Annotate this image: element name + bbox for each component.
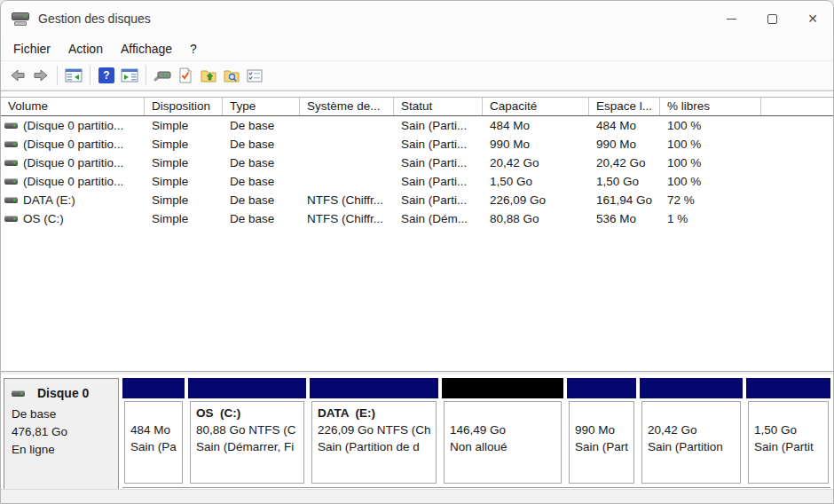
volume-status: Sain (Parti... xyxy=(394,172,483,191)
partition-cell[interactable]: 1,50 Go Sain (Partit xyxy=(746,378,830,486)
volume-type: De base xyxy=(223,116,300,135)
disk-management-app-icon xyxy=(12,12,29,26)
partition-os-c[interactable]: OS (C:) 80,88 Go NTFS (C Sain (Démarrer,… xyxy=(188,378,306,486)
volume-name: (Disque 0 partitio... xyxy=(23,154,123,172)
close-button[interactable]: ✕ xyxy=(792,1,833,36)
partition-color-bar xyxy=(567,378,636,398)
partition-name xyxy=(575,405,628,421)
volume-name: DATA (E:) xyxy=(23,191,75,209)
partition-color-bar xyxy=(746,378,830,398)
volume-filesystem xyxy=(300,116,394,135)
volume-free-pct: 100 % xyxy=(660,135,761,154)
column-header-systeme[interactable]: Système de... xyxy=(300,98,394,115)
partition-color-bar xyxy=(188,378,306,398)
volume-icon xyxy=(4,216,18,222)
partition-track: 484 Mo Sain (Pa OS (C:) 80,88 Go NTFS (C… xyxy=(122,378,830,488)
volume-row-data-e[interactable]: DATA (E:) Simple De base NTFS (Chiffr...… xyxy=(1,191,834,209)
column-header-espace-libre[interactable]: Espace l... xyxy=(589,98,660,115)
column-header-volume[interactable]: Volume xyxy=(1,98,145,115)
volume-type: De base xyxy=(223,135,300,154)
volume-row[interactable]: (Disque 0 partitio... Simple De base Sai… xyxy=(1,172,834,191)
volume-icon xyxy=(4,122,18,129)
checklist-icon xyxy=(247,69,263,83)
volume-status: Sain (Parti... xyxy=(394,154,483,172)
column-header-pct-libres[interactable]: % libres xyxy=(660,98,761,115)
menu-item-help[interactable]: ? xyxy=(181,39,206,59)
volume-status: Sain (Parti... xyxy=(394,135,483,154)
rescan-disks-button[interactable] xyxy=(151,64,174,87)
volume-row[interactable]: (Disque 0 partitio... Simple De base Sai… xyxy=(1,116,834,135)
rescan-disks-icon xyxy=(153,68,172,83)
partition-cell[interactable]: 20,42 Go Sain (Partition xyxy=(640,378,743,486)
minimize-button[interactable] xyxy=(711,1,751,36)
menu-item-fichier[interactable]: Fichier xyxy=(4,39,59,59)
disk0-row: Disque 0 De base 476,81 Go En ligne 484 … xyxy=(4,378,830,490)
volume-disposition: Simple xyxy=(145,191,223,209)
partition-unallocated[interactable]: 146,49 Go Non alloué xyxy=(442,378,563,486)
show-console-tree-button[interactable] xyxy=(62,64,85,87)
folder-up-button[interactable] xyxy=(197,64,220,87)
disk-management-window: Gestion des disques ✕ Fichier Action Aff… xyxy=(0,0,834,504)
column-header-capacite[interactable]: Capacité xyxy=(483,98,589,115)
volume-filesystem: NTFS (Chiffr... xyxy=(300,191,394,209)
partition-name xyxy=(450,405,555,421)
disk-type: De base xyxy=(12,406,111,423)
partition-cell[interactable]: 990 Mo Sain (Part xyxy=(567,378,636,486)
volume-free-space: 536 Mo xyxy=(589,209,660,228)
toolbar-separator xyxy=(146,66,146,85)
folder-search-icon xyxy=(224,68,240,83)
volume-icon xyxy=(4,197,18,203)
toolbar-separator xyxy=(90,66,90,85)
volume-row-os-c[interactable]: OS (C:) Simple De base NTFS (Chiffr... S… xyxy=(1,209,834,228)
menu-item-action[interactable]: Action xyxy=(59,39,112,59)
menu-item-affichage[interactable]: Affichage xyxy=(112,39,181,59)
window-title: Gestion des disques xyxy=(38,12,151,26)
volume-filesystem: NTFS (Chiffr... xyxy=(300,209,394,228)
show-action-pane-button[interactable] xyxy=(118,64,141,87)
volume-free-pct: 100 % xyxy=(660,116,761,135)
folder-search-button[interactable] xyxy=(220,64,243,87)
partition-cell[interactable]: 484 Mo Sain (Pa xyxy=(122,378,185,486)
volume-row[interactable]: (Disque 0 partitio... Simple De base Sai… xyxy=(1,135,834,154)
checklist-button[interactable] xyxy=(243,64,266,87)
volume-free-space: 161,94 Go xyxy=(589,191,660,209)
maximize-button[interactable] xyxy=(751,1,792,36)
volume-row[interactable]: (Disque 0 partitio... Simple De base Sai… xyxy=(1,154,834,172)
volume-free-space: 484 Mo xyxy=(589,116,660,135)
partition-data-e[interactable]: DATA (E:) 226,09 Go NTFS (Ch Sain (Parti… xyxy=(310,378,438,486)
partition-size: 226,09 Go NTFS (Ch xyxy=(318,421,430,438)
partition-name: DATA (E:) xyxy=(318,405,430,421)
volume-free-space: 990 Mo xyxy=(589,135,660,154)
volume-type: De base xyxy=(223,209,300,228)
partition-status: Sain (Partition xyxy=(648,438,735,455)
show-action-pane-icon xyxy=(121,68,138,83)
forward-button[interactable] xyxy=(29,64,52,87)
volume-icon xyxy=(4,178,18,185)
partition-size: 990 Mo xyxy=(575,421,628,438)
disk-graphic-panel: Disque 0 De base 476,81 Go En ligne 484 … xyxy=(1,374,834,491)
partition-status: Sain (Pa xyxy=(130,438,177,455)
back-button[interactable] xyxy=(6,64,29,87)
volume-disposition: Simple xyxy=(145,209,223,228)
partition-size: 146,49 Go xyxy=(450,421,555,438)
folder-up-icon xyxy=(201,68,216,83)
partition-status: Sain (Part xyxy=(575,438,628,455)
volume-filesystem xyxy=(300,135,394,154)
column-header-statut[interactable]: Statut xyxy=(394,98,483,115)
disk0-info-box[interactable]: Disque 0 De base 476,81 Go En ligne xyxy=(4,378,119,490)
partition-name xyxy=(648,405,735,421)
volume-type: De base xyxy=(223,172,300,191)
volume-disposition: Simple xyxy=(145,154,223,172)
volume-disposition: Simple xyxy=(145,116,223,135)
check-document-button[interactable] xyxy=(174,64,197,87)
partition-name: OS (C:) xyxy=(196,405,298,421)
column-header-disposition[interactable]: Disposition xyxy=(145,98,223,115)
help-button[interactable]: ? xyxy=(95,64,118,87)
forward-arrow-icon xyxy=(32,68,50,83)
window-controls: ✕ xyxy=(711,1,833,36)
disk-name: Disque 0 xyxy=(37,386,89,400)
volume-icon xyxy=(4,160,18,166)
toolbar-separator xyxy=(57,66,58,85)
column-header-type[interactable]: Type xyxy=(223,98,300,115)
volume-capacity: 990 Mo xyxy=(483,135,589,154)
